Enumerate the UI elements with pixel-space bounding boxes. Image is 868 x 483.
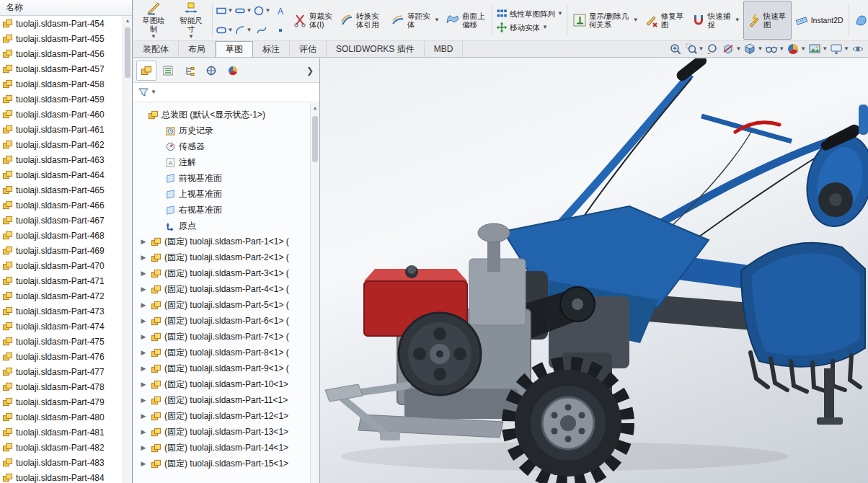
- file-list-item[interactable]: tuolaji.sldasm-Part-462: [0, 137, 123, 152]
- tab-solidworks-addins[interactable]: SOLIDWORKS 插件: [327, 41, 425, 57]
- file-list-item[interactable]: tuolaji.sldasm-Part-456: [0, 46, 123, 61]
- file-list-item[interactable]: tuolaji.sldasm-Part-471: [0, 273, 123, 288]
- expand-pane-arrow-icon[interactable]: ❯: [304, 66, 316, 76]
- hide-show-items-icon[interactable]: [764, 42, 779, 56]
- file-list-item[interactable]: tuolaji.sldasm-Part-457: [0, 61, 123, 76]
- display-delete-relations-button[interactable]: 显示/删除几何关系 ▼: [570, 1, 642, 40]
- convert-entities-button[interactable]: 转换实体引用: [337, 1, 388, 40]
- expand-arrow-icon[interactable]: ▶: [139, 333, 148, 340]
- tab-annotation[interactable]: 标注: [253, 41, 290, 57]
- file-list-item[interactable]: tuolaji.sldasm-Part-465: [0, 182, 123, 198]
- tree-part-row[interactable]: ▶ (固定) tuolaji.sldasm-Part-14<1>: [133, 440, 319, 456]
- chevron-down-icon[interactable]: ▼: [822, 46, 828, 52]
- expand-arrow-icon[interactable]: ▶: [139, 460, 148, 467]
- file-list-scrollbar[interactable]: ▲: [123, 16, 132, 483]
- smart-dimension-button[interactable]: 智能尺寸 ▼: [172, 1, 210, 40]
- expand-arrow-icon[interactable]: ▶: [139, 412, 148, 420]
- file-list-item[interactable]: tuolaji.sldasm-Part-480: [0, 409, 123, 425]
- rectangle-tool-button[interactable]: ▼: [215, 1, 234, 20]
- file-list-column-header[interactable]: 名称: [0, 0, 132, 16]
- previous-view-icon[interactable]: [705, 42, 719, 56]
- expand-arrow-icon[interactable]: ▶: [139, 317, 148, 324]
- tree-item-origin[interactable]: 原点: [133, 218, 319, 234]
- configurationmanager-tab[interactable]: [180, 61, 200, 81]
- file-list-item[interactable]: tuolaji.sldasm-Part-474: [0, 319, 123, 334]
- text-tool-button[interactable]: A: [271, 1, 290, 20]
- file-list-item[interactable]: tuolaji.sldasm-Part-475: [0, 334, 123, 349]
- tree-part-row[interactable]: ▶ (固定) tuolaji.sldasm-Part-7<1> (: [133, 329, 319, 345]
- tree-filter-bar[interactable]: ▼: [133, 83, 319, 102]
- expand-arrow-icon[interactable]: ▶: [139, 365, 148, 372]
- tree-part-row[interactable]: ▶ (固定) tuolaji.sldasm-Part-11<1>: [133, 392, 319, 408]
- zoom-to-fit-icon[interactable]: [668, 42, 683, 56]
- tree-part-row[interactable]: ▶ (固定) tuolaji.sldasm-Part-4<1> (: [133, 281, 319, 297]
- file-list-item[interactable]: tuolaji.sldasm-Part-484: [0, 470, 123, 483]
- file-list-item[interactable]: tuolaji.sldasm-Part-454: [0, 16, 123, 31]
- tree-part-row[interactable]: ▶ (固定) tuolaji.sldasm-Part-10<1>: [133, 376, 319, 392]
- dimxpertmanager-tab[interactable]: [201, 61, 221, 81]
- chevron-down-icon[interactable]: ▼: [151, 89, 156, 95]
- scrollbar-thumb[interactable]: [125, 27, 130, 78]
- tree-part-row[interactable]: ▶ (固定) tuolaji.sldasm-Part-8<1> (: [133, 345, 319, 360]
- expand-arrow-icon[interactable]: ▶: [139, 285, 148, 293]
- point-tool-button[interactable]: [271, 20, 290, 40]
- expand-arrow-icon[interactable]: ▶: [139, 444, 148, 451]
- tree-part-row[interactable]: ▶ (固定) tuolaji.sldasm-Part-3<1> (: [133, 265, 319, 281]
- file-list-item[interactable]: tuolaji.sldasm-Part-477: [0, 364, 123, 379]
- scrollbar-thumb[interactable]: [312, 116, 318, 162]
- repair-sketch-button[interactable]: 修复草图: [642, 1, 688, 40]
- trim-entities-button[interactable]: 剪裁实体(I): [290, 1, 337, 40]
- file-list-item[interactable]: tuolaji.sldasm-Part-458: [0, 76, 123, 92]
- file-list-item[interactable]: tuolaji.sldasm-Part-483: [0, 455, 123, 470]
- file-list-item[interactable]: tuolaji.sldasm-Part-463: [0, 152, 123, 167]
- view-settings-icon[interactable]: [829, 42, 843, 56]
- edit-appearance-icon[interactable]: [786, 42, 800, 56]
- sketch-button[interactable]: 草图绘制 ▼: [135, 1, 172, 40]
- tree-item-history[interactable]: 历史记录: [133, 123, 319, 138]
- tree-part-row[interactable]: ▶ (固定) tuolaji.sldasm-Part-9<1> (: [133, 360, 319, 376]
- file-list-item[interactable]: tuolaji.sldasm-Part-481: [0, 425, 123, 440]
- file-list-item[interactable]: tuolaji.sldasm-Part-479: [0, 394, 123, 409]
- scroll-up-icon[interactable]: ▲: [311, 103, 319, 112]
- quick-snaps-button[interactable]: 快速捕捉 ▼: [688, 1, 743, 40]
- file-list-item[interactable]: tuolaji.sldasm-Part-472: [0, 288, 123, 303]
- instant2d-button[interactable]: Instant2D: [792, 1, 846, 40]
- tree-item-front-plane[interactable]: 前视基准面: [133, 170, 319, 186]
- tree-part-row[interactable]: ▶ (固定) tuolaji.sldasm-Part-6<1> (: [133, 313, 319, 329]
- file-list-item[interactable]: tuolaji.sldasm-Part-473: [0, 303, 123, 319]
- file-list-item[interactable]: tuolaji.sldasm-Part-476: [0, 349, 123, 364]
- chevron-down-icon[interactable]: ▼: [757, 46, 763, 52]
- file-list-item[interactable]: tuolaji.sldasm-Part-468: [0, 228, 123, 243]
- rapid-sketch-button[interactable]: 快速草图: [743, 1, 792, 40]
- displaymanager-tab[interactable]: [223, 61, 243, 81]
- file-list-item[interactable]: tuolaji.sldasm-Part-466: [0, 198, 123, 213]
- expand-arrow-icon[interactable]: ▶: [139, 238, 148, 245]
- propertymanager-tab[interactable]: [158, 61, 178, 81]
- slot-tool-button[interactable]: ▼: [234, 1, 252, 20]
- tree-scrollbar[interactable]: ▲: [310, 103, 319, 483]
- spline-tool-button[interactable]: [252, 20, 271, 40]
- tab-sketch[interactable]: 草图: [216, 41, 253, 57]
- tree-part-row[interactable]: ▶ (固定) tuolaji.sldasm-Part-2<1> (: [133, 249, 319, 265]
- apply-scene-icon[interactable]: [807, 42, 822, 56]
- expand-arrow-icon[interactable]: ▶: [139, 428, 148, 435]
- tree-part-row[interactable]: ▶ (固定) tuolaji.sldasm-Part-1<1> (: [133, 234, 319, 249]
- expand-arrow-icon[interactable]: ▶: [139, 270, 148, 277]
- linear-sketch-pattern-button[interactable]: 线性草图阵列 ▼: [495, 8, 564, 19]
- tree-part-row[interactable]: ▶ (固定) tuolaji.sldasm-Part-13<1>: [133, 424, 319, 440]
- tree-item-right-plane[interactable]: 右视基准面: [133, 202, 319, 218]
- zoom-to-area-icon[interactable]: [684, 42, 699, 56]
- chevron-down-icon[interactable]: ▼: [699, 46, 704, 52]
- surface-offset-button[interactable]: 曲面上偏移: [443, 1, 490, 40]
- expand-arrow-icon[interactable]: ▶: [139, 254, 148, 261]
- file-list-item[interactable]: tuolaji.sldasm-Part-459: [0, 92, 123, 107]
- chevron-down-icon[interactable]: ▼: [779, 46, 784, 52]
- display-style-icon[interactable]: [743, 42, 757, 56]
- tree-item-sensors[interactable]: 传感器: [133, 138, 319, 154]
- tab-assembly[interactable]: 装配体: [133, 41, 179, 57]
- expand-arrow-icon[interactable]: ▶: [139, 381, 148, 388]
- tree-root-assembly[interactable]: 总装图 (默认<显示状态-1>): [133, 107, 319, 123]
- move-entities-button[interactable]: 移动实体 ▼: [495, 22, 564, 33]
- file-list-item[interactable]: tuolaji.sldasm-Part-460: [0, 107, 123, 122]
- file-list-item[interactable]: tuolaji.sldasm-Part-455: [0, 31, 123, 46]
